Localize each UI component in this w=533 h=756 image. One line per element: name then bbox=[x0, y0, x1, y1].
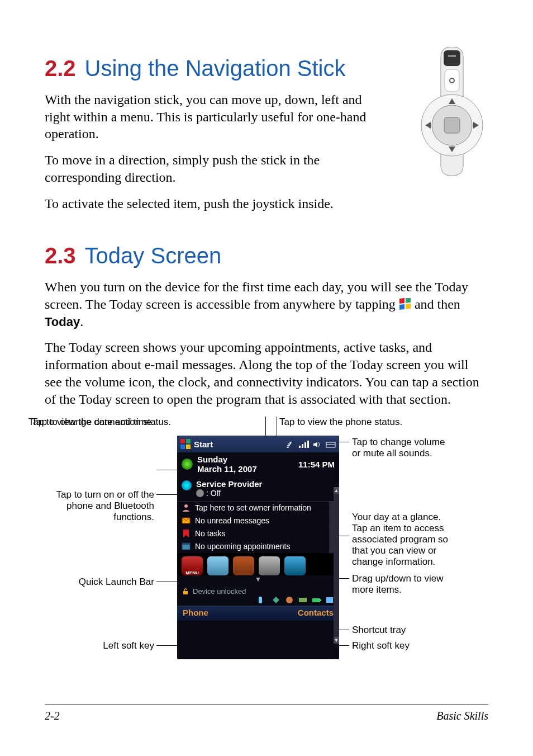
ql-browser-icon[interactable] bbox=[284, 556, 306, 575]
leader-connection bbox=[265, 417, 266, 436]
scroll-up-icon[interactable]: ▲ bbox=[334, 487, 339, 494]
callout-drag: Drag up/down to view more items. bbox=[352, 573, 453, 596]
page-number: 2-2 bbox=[45, 710, 60, 722]
soft-key-left[interactable]: Phone bbox=[183, 608, 208, 617]
svg-rect-16 bbox=[299, 446, 301, 448]
ql-menu-icon[interactable]: MENU bbox=[182, 556, 203, 575]
svg-point-28 bbox=[286, 597, 293, 603]
wireless-row[interactable]: Service Provider : Off bbox=[177, 477, 339, 501]
sec23-p1: When you turn on the device for the firs… bbox=[45, 278, 488, 330]
tray-icon-4[interactable] bbox=[298, 596, 308, 604]
callout-glance: Your day at a glance. Tap an item to acc… bbox=[352, 512, 453, 568]
callout-rightsk: Right soft key bbox=[352, 640, 453, 651]
svg-rect-12 bbox=[180, 439, 185, 443]
ql-notes-icon[interactable] bbox=[233, 556, 254, 575]
svg-rect-10 bbox=[399, 304, 404, 310]
svg-rect-9 bbox=[406, 298, 411, 303]
start-flag-icon[interactable] bbox=[180, 439, 191, 449]
callout-leftsk: Left soft key bbox=[31, 640, 154, 651]
list-item-appointments[interactable]: No upcoming appointments bbox=[177, 540, 329, 553]
page-footer: 2-2 Basic Skills bbox=[45, 705, 488, 722]
section-2-2-number: 2.2 bbox=[45, 56, 76, 81]
unlock-text: Device unlocked bbox=[193, 587, 246, 596]
callout-phone-status: Tap to view the phone status. bbox=[279, 417, 413, 428]
svg-rect-8 bbox=[399, 298, 404, 304]
svg-rect-15 bbox=[186, 445, 191, 449]
soft-key-bar: Phone Contacts bbox=[177, 606, 339, 621]
keyboard-icon[interactable] bbox=[326, 440, 336, 448]
svg-rect-7 bbox=[444, 117, 460, 133]
sec22-p3: To activate the selected item, push the … bbox=[45, 195, 488, 212]
sec23-p1b: and then bbox=[415, 297, 460, 311]
leader-phone-status bbox=[277, 417, 277, 436]
ql-maps-icon[interactable] bbox=[259, 556, 280, 575]
sec23-p2: The Today screen shows your upcoming app… bbox=[45, 339, 488, 408]
svg-rect-30 bbox=[312, 598, 320, 602]
phone-screenshot: Start Sunday March 11, 2007 11:54 PM bbox=[177, 436, 339, 659]
leader-quicklaunch bbox=[156, 582, 177, 582]
svg-rect-3 bbox=[445, 69, 459, 92]
callout-datetime: Tap to change date and time. bbox=[31, 417, 154, 428]
callout-volume: Tap to change volume or mute all sounds. bbox=[352, 437, 453, 459]
time-label: 11:54 PM bbox=[298, 460, 335, 469]
svg-rect-26 bbox=[183, 591, 188, 594]
list-item-tasks[interactable]: No tasks bbox=[177, 527, 329, 540]
svg-rect-2 bbox=[448, 55, 456, 57]
sec22-p2: To move in a direction, simply push the … bbox=[45, 152, 369, 186]
messages-text: No unread messages bbox=[195, 516, 269, 525]
svg-rect-25 bbox=[182, 543, 190, 545]
weekday-label: Sunday bbox=[197, 455, 257, 464]
section-2-3-number: 2.3 bbox=[45, 243, 76, 268]
mail-icon bbox=[182, 516, 191, 525]
scrollbar[interactable]: ▲ ▼ bbox=[334, 487, 339, 644]
connection-icon[interactable] bbox=[285, 440, 296, 448]
tray-icon-1[interactable] bbox=[258, 596, 268, 604]
section-2-3-title: Today Screen bbox=[85, 243, 222, 268]
shortcut-tray[interactable] bbox=[177, 596, 339, 606]
tray-icon-3[interactable] bbox=[284, 596, 294, 604]
calendar-icon bbox=[182, 542, 191, 551]
ql-pictures-icon[interactable] bbox=[207, 556, 229, 575]
svg-rect-17 bbox=[302, 444, 303, 448]
sec23-p1d: . bbox=[80, 314, 83, 329]
device-lock-row[interactable]: Device unlocked bbox=[177, 583, 339, 596]
clock-icon bbox=[182, 459, 193, 470]
leader-shortcut bbox=[337, 630, 349, 630]
sec23-p1-today: Today bbox=[45, 315, 80, 329]
tray-icon-5[interactable] bbox=[311, 596, 321, 604]
wireless-icon bbox=[182, 480, 192, 490]
callout-wireless: Tap to turn on or off the phone and Blue… bbox=[31, 489, 154, 523]
tray-icon-2[interactable] bbox=[271, 596, 281, 604]
svg-rect-31 bbox=[320, 599, 321, 601]
svg-rect-14 bbox=[180, 445, 185, 449]
tasks-icon bbox=[182, 529, 191, 538]
today-screen-diagram: Tap to view the connection status. Tap t… bbox=[45, 417, 488, 685]
signal-icon[interactable] bbox=[299, 440, 309, 448]
tasks-text: No tasks bbox=[195, 529, 225, 538]
scroll-down-icon[interactable]: ▼ bbox=[334, 637, 339, 644]
title-bar[interactable]: Start bbox=[177, 436, 339, 452]
soft-key-right[interactable]: Contacts bbox=[298, 608, 334, 617]
callout-shortcut: Shortcut tray bbox=[352, 625, 453, 636]
chapter-title: Basic Skills bbox=[436, 710, 488, 722]
list-item-messages[interactable]: No unread messages bbox=[177, 514, 329, 527]
volume-icon[interactable] bbox=[312, 440, 322, 448]
svg-point-22 bbox=[184, 504, 188, 508]
menu-label: MENU bbox=[185, 570, 199, 575]
date-time-row[interactable]: Sunday March 11, 2007 11:54 PM bbox=[177, 452, 339, 477]
svg-rect-19 bbox=[307, 441, 309, 448]
svg-rect-32 bbox=[326, 597, 333, 603]
start-label[interactable]: Start bbox=[194, 440, 213, 449]
arrow-down-icon[interactable]: ▼ bbox=[177, 575, 339, 583]
bluetooth-status: : Off bbox=[206, 489, 221, 498]
quick-launch-bar[interactable]: MENU bbox=[177, 553, 339, 575]
appointments-text: No upcoming appointments bbox=[195, 542, 290, 551]
date-label: March 11, 2007 bbox=[197, 464, 257, 474]
section-2-3-heading: 2.3Today Screen bbox=[45, 243, 488, 268]
list-item-owner[interactable]: Tap here to set owner information bbox=[177, 502, 329, 514]
glance-list[interactable]: Tap here to set owner information No unr… bbox=[177, 501, 334, 553]
callout-quicklaunch: Quick Launch Bar bbox=[31, 577, 154, 588]
owner-icon bbox=[182, 503, 191, 512]
unlock-icon bbox=[182, 588, 189, 596]
svg-rect-13 bbox=[186, 439, 191, 443]
